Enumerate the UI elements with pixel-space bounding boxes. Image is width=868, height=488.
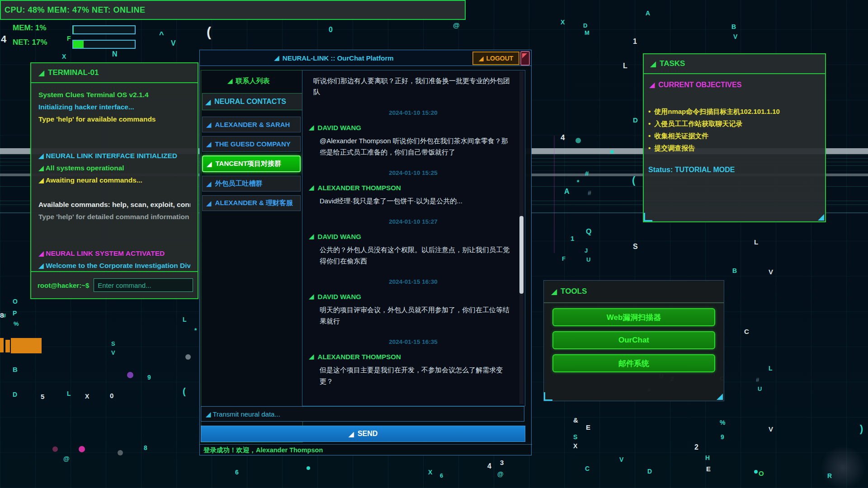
terminal-title: TERMINAL-01 [48, 68, 99, 77]
flag-icon[interactable] [520, 51, 530, 66]
tool-button-2[interactable]: 邮件系统 [552, 354, 715, 372]
matrix-glyph: O [759, 470, 764, 477]
tasks-titlebar[interactable]: ◢ TASKS [644, 54, 825, 74]
objective-item: •使用nmap命令扫描目标主机102.101.1.10 [648, 105, 825, 117]
objectives-header-text: CURRENT OBJECTIVES [658, 81, 741, 89]
terminal-titlebar[interactable]: ◢ TERMINAL-01 [31, 63, 198, 83]
logout-button[interactable]: ◢ LOGOUT [472, 52, 519, 65]
contact-item-3[interactable]: ◢外包员工吐槽群 [202, 176, 301, 192]
matrix-glyph: 9 [147, 374, 151, 380]
matrix-glyph: 6 [235, 469, 239, 475]
matrix-glyph: 4 [487, 463, 491, 470]
corner-accent [544, 392, 552, 401]
matrix-glyph: % [14, 321, 19, 327]
bullet-icon: • [648, 105, 651, 117]
objective-item: •提交调查报告 [648, 142, 825, 154]
contact-item-1[interactable]: ◢THE GUESD COMPANY [202, 136, 301, 152]
terminal-line [38, 125, 190, 137]
matrix-glyph: 0 [329, 26, 333, 33]
contacts-label-text: 联系人列表 [236, 77, 270, 85]
contacts-sidebar: ◢ 联系人列表 ◢ NEURAL CONTACTS ◢ALEXANDER & S… [201, 70, 303, 442]
triangle-icon: ◢ [309, 352, 314, 361]
bullet-icon: • [648, 142, 651, 154]
triangle-icon: ◢ [206, 140, 212, 148]
flag-fold [522, 53, 527, 58]
decor-dot [127, 372, 133, 378]
terminal-line: ◢ All systems operational [38, 162, 190, 174]
message-text: 明天的项目评审会议，外包人员就不用参加了，你们在工位等结果就行 [313, 304, 513, 327]
net-meter-fill [73, 41, 84, 48]
triangle-icon: ◢ [650, 59, 656, 69]
matrix-glyph: E [586, 424, 590, 431]
objectives-list: •使用nmap命令扫描目标主机102.101.1.10•入侵员工工作站获取聊天记… [648, 105, 825, 154]
terminal-line [38, 137, 190, 150]
decor-dot [610, 150, 614, 154]
chat-message-input[interactable] [201, 406, 524, 422]
net-meter-bar [72, 40, 136, 49]
matrix-glyph: 8 [0, 312, 4, 319]
terminal-line: System Clues Terminal OS v2.1.4 [38, 89, 190, 101]
message-timestamp: 2024-01-10 15:25 [313, 169, 513, 176]
matrix-glyph: @ [497, 471, 504, 477]
matrix-glyph: 1 [633, 38, 637, 45]
matrix-glyph: Q [586, 228, 591, 235]
tool-button-0[interactable]: Web漏洞扫描器 [552, 308, 715, 326]
corner-accent [644, 213, 652, 221]
matrix-glyph: H [705, 455, 710, 461]
message-timestamp: 2024-01-10 15:20 [313, 109, 513, 116]
matrix-glyph: A [646, 10, 650, 16]
decor-dot [576, 138, 581, 143]
message-sender: ◢DAVID WANG [309, 232, 513, 240]
objective-text: 使用nmap命令扫描目标主机102.101.1.10 [654, 105, 780, 117]
terminal-line: ◢ NEURAL LINK INTERFACE INITIALIZED [38, 150, 190, 162]
decor-dot [118, 450, 123, 455]
matrix-glyph: C [585, 465, 590, 472]
terminal-line [38, 235, 190, 247]
matrix-glyph: @ [63, 455, 70, 462]
message-timestamp: 2024-01-15 16:30 [313, 278, 513, 285]
sender-name: DAVID WANG [318, 124, 361, 131]
terminal-command-input[interactable] [94, 278, 193, 292]
objective-text: 入侵员工工作站获取聊天记录 [654, 117, 742, 130]
tool-button-1[interactable]: OurChat [552, 331, 715, 349]
contact-list: ◢ALEXANDER & SARAH◢THE GUESD COMPANY◢TAN… [202, 117, 301, 215]
matrix-glyph: L [754, 239, 758, 245]
matrix-glyph: * [194, 327, 197, 333]
terminal-window: ◢ TERMINAL-01 System Clues Terminal OS v… [30, 62, 198, 299]
terminal-line [38, 223, 190, 235]
matrix-glyph: O [13, 298, 18, 305]
tools-titlebar[interactable]: ◢ TOOLS [544, 281, 724, 303]
decor-dot [185, 354, 191, 360]
matrix-glyph: 8 [144, 445, 147, 451]
triangle-icon: ◢ [206, 180, 212, 188]
matrix-glyph: % [720, 419, 725, 426]
terminal-prompt: root@hacker:~$ [38, 282, 89, 289]
terminal-line: ◢ Welcome to the Corporate Investigation… [38, 259, 190, 272]
matrix-glyph: V [619, 456, 623, 463]
matrix-glyph: S [111, 341, 115, 347]
matrix-glyph: X [573, 443, 577, 449]
objective-text: 提交调查报告 [654, 142, 695, 154]
contact-item-2[interactable]: ◢TANCENT项目对接群 [202, 155, 301, 172]
matrix-glyph: F [67, 35, 71, 42]
chat-title-text: NEURAL-LINK :: OurChat Platform [283, 54, 394, 62]
matrix-glyph: 3 [500, 459, 504, 466]
contact-item-0[interactable]: ◢ALEXANDER & SARAH [202, 117, 301, 132]
scrollbar-thumb[interactable] [519, 216, 524, 294]
contact-item-4[interactable]: ◢ALEXANDER & 理财客服 [202, 195, 301, 211]
message-timestamp: 2024-01-15 16:35 [313, 338, 513, 345]
matrix-glyph: F [562, 256, 566, 262]
matrix-glyph: 2 [694, 444, 698, 451]
message-text: @Alexander Thompson 听说你们外包在我们茶水间拿零食？那些是给… [313, 135, 513, 158]
send-label: SEND [358, 430, 377, 438]
message-text: 但是这个项目主要是我们在开发，不参加会议怎么了解需求变更？ [313, 364, 513, 387]
messages-scrollbar[interactable] [519, 71, 524, 404]
contact-label: TANCENT项目对接群 [216, 160, 282, 168]
resize-handle[interactable] [717, 394, 723, 400]
matrix-glyph: ( [207, 25, 211, 39]
send-button[interactable]: ◢ SEND [201, 426, 525, 442]
resize-handle[interactable] [818, 214, 824, 221]
terminal-line: Type 'help' for detailed command informa… [38, 211, 190, 223]
decor-dot [307, 466, 310, 470]
matrix-glyph: J [585, 248, 588, 253]
